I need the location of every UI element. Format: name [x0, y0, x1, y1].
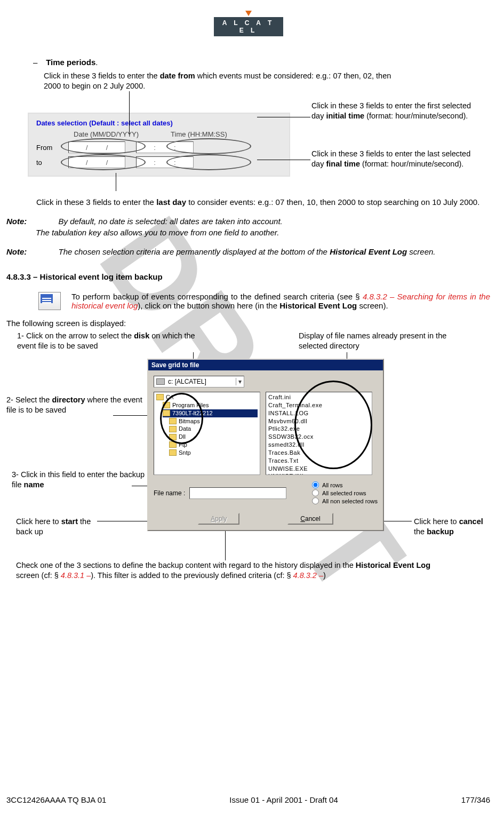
anno-final-time: Click in these 3 fields to enter the las…: [311, 149, 471, 169]
apply-button[interactable]: Apply: [198, 513, 239, 525]
to-date-field[interactable]: //: [68, 156, 125, 168]
list-item[interactable]: Craft_Terminal.exe: [268, 401, 370, 409]
folder-item[interactable]: Data: [169, 425, 258, 433]
footer-page: 177/346: [461, 795, 490, 804]
from-label: From: [36, 144, 68, 152]
list-item[interactable]: Traces.Bak: [268, 449, 370, 457]
footer-issue: Issue 01 - April 2001 - Draft 04: [229, 795, 338, 804]
from-time-field[interactable]: ::: [136, 141, 193, 153]
footer-doc-ref: 3CC12426AAAA TQ BJA 01: [6, 795, 106, 804]
list-item[interactable]: Ptlic32.exe: [268, 425, 370, 433]
list-item[interactable]: SSDW3B32.ocx: [268, 433, 370, 441]
dialog-title: Save grid to file: [148, 360, 383, 370]
time-header: Time (HH:MM:SS): [171, 130, 227, 138]
page-footer: 3CC12426AAAA TQ BJA 01 Issue 01 - April …: [0, 795, 504, 804]
list-item[interactable]: Traces.Txt: [268, 457, 370, 465]
callout-select-directory: 2- Select the directory where the event …: [6, 395, 150, 415]
folder-item[interactable]: Ftp: [169, 441, 258, 449]
list-item[interactable]: ssmedt32.dll: [268, 441, 370, 449]
callout-start-backup: Click here to start the back up: [16, 517, 107, 537]
list-item[interactable]: UNWISE.EXE: [268, 465, 370, 473]
radio-non-selected-rows[interactable]: All non selected rows: [312, 497, 378, 504]
save-grid-dialog: Save grid to file c: [ALCATEL] ▾ C:\ Pro…: [147, 359, 384, 531]
folder-item[interactable]: C:\: [156, 393, 258, 401]
radio-selected-rows[interactable]: All selected rows: [312, 489, 378, 496]
folder-item[interactable]: Program Files: [163, 401, 258, 409]
list-item[interactable]: Msvbvm60.dll: [268, 417, 370, 425]
anno-initial-time: Click in these 3 fields to enter the fir…: [311, 101, 471, 121]
folder-item[interactable]: Bitmaps: [169, 417, 258, 425]
callout-radio-filter: Check one of the 3 sections to define th…: [16, 560, 443, 581]
to-label: to: [36, 159, 68, 167]
dates-selection-title: Dates selection (Default : select all da…: [36, 119, 282, 127]
filename-label: File name :: [154, 489, 185, 497]
list-item[interactable]: UNWISE.INI: [268, 472, 370, 475]
backup-intro: To perform backup of events correspondin…: [71, 292, 490, 310]
callout-file-display: Display of file names already present in…: [299, 331, 475, 351]
list-item[interactable]: INSTALL.LOG: [268, 409, 370, 417]
directory-pane[interactable]: C:\ Program Files 7390LT-lt22212 Bitmaps…: [154, 392, 260, 475]
radio-all-rows[interactable]: All rows: [312, 481, 378, 488]
brand-logo: A L C A T E L: [214, 11, 283, 36]
from-date-field[interactable]: //: [68, 141, 125, 153]
callout-cancel-backup: Click here to cancel the backup: [414, 517, 489, 537]
folder-item[interactable]: Dll: [169, 433, 258, 441]
folder-item[interactable]: Sntp: [169, 449, 258, 457]
note-criteria-display: Note: The chosen selection criteria are …: [6, 247, 490, 257]
filename-input[interactable]: [189, 487, 286, 499]
callout-file-name: 3- Click in this field to enter the back…: [12, 470, 150, 490]
rows-filter-group: All rows All selected rows All non selec…: [312, 480, 378, 505]
section-heading: 4.8.3.3 – Historical event log item back…: [6, 272, 490, 281]
note-default-dates: Note: By default, no date is selected: a…: [6, 216, 490, 238]
list-item[interactable]: Craft.ini: [268, 393, 370, 401]
backup-button-icon: [38, 292, 61, 310]
bullet-time-periods: – Time periods.: [33, 58, 490, 67]
cancel-button[interactable]: Cancel: [287, 513, 333, 525]
drive-label: c: [ALCATEL]: [168, 378, 206, 385]
drive-icon: [156, 378, 165, 385]
chevron-down-icon[interactable]: ▾: [236, 378, 242, 385]
dates-selection-panel: Dates selection (Default : select all da…: [28, 113, 290, 177]
anno-date-from: Click in these 3 fields to enter the dat…: [44, 71, 406, 91]
following-screen-text: The following screen is displayed:: [6, 319, 490, 328]
file-pane[interactable]: Craft.ini Craft_Terminal.exe INSTALL.LOG…: [266, 392, 372, 475]
to-time-field[interactable]: ::: [136, 156, 193, 168]
callout-select-disk: 1- Click on the arrow to select the disk…: [17, 331, 209, 351]
folder-item-selected[interactable]: 7390LT-lt22212: [163, 409, 258, 417]
drive-selector[interactable]: c: [ALCATEL] ▾: [154, 376, 244, 387]
anno-last-day: Click in these 3 fields to enter the las…: [36, 197, 490, 208]
